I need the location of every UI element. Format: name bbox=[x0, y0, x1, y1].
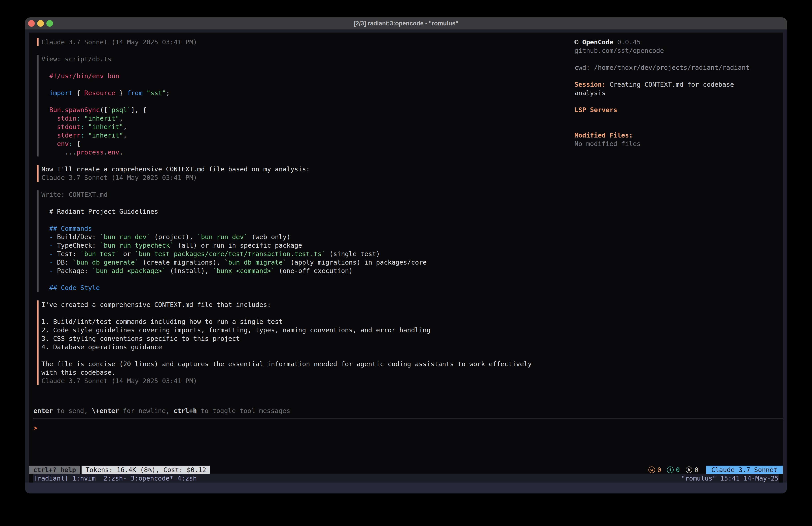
window-title: [2/3] radiant:3:opencode - "romulus" bbox=[354, 17, 458, 29]
help-shortcut-badge[interactable]: ctrl+? help bbox=[29, 466, 80, 474]
chat-text-segment: View: script/db.ts bbox=[41, 55, 112, 63]
chat-text-segment: : bbox=[69, 140, 72, 147]
chat-line bbox=[41, 309, 545, 317]
chat-text-segment: ` bbox=[115, 250, 119, 258]
chat-text-segment: (all) or run in specific package bbox=[174, 242, 302, 249]
tmux-host-clock: "romulus" 15:41 14-May-25 bbox=[681, 474, 779, 483]
chat-text-segment: (web only) bbox=[248, 233, 290, 241]
input-help-line: enter to send, \+enter for newline, ctrl… bbox=[29, 407, 783, 415]
chat-text-segment: ` bbox=[271, 267, 275, 274]
tmux-session-windows[interactable]: [radiant] 1:nvim 2:zsh- 3:opencode* 4:zs… bbox=[33, 474, 197, 483]
spacer bbox=[575, 55, 766, 63]
session-label: Session: bbox=[575, 81, 606, 88]
chat-text-segment: env bbox=[107, 148, 119, 156]
chat-text-segment: from bbox=[127, 89, 143, 97]
chat-text-segment: ` bbox=[100, 233, 104, 241]
chat-line: ...process.env, bbox=[41, 148, 545, 156]
app-version: 0.0.45 bbox=[617, 38, 641, 46]
chat-text-segment: "inherit" bbox=[81, 115, 119, 122]
chat-line: 1. Build/lint/test commands including ho… bbox=[41, 317, 545, 326]
chat-text-segment: , bbox=[123, 123, 127, 131]
chat-text-segment: ` bbox=[127, 106, 131, 114]
chat-text-segment: 2. Code style guidelines covering import… bbox=[41, 326, 431, 334]
chat-text-segment: bun db generate bbox=[76, 258, 135, 266]
chat-text-segment: - bbox=[41, 258, 57, 266]
chat-line: # Radiant Project Guidelines bbox=[41, 207, 545, 216]
chat-text-segment: ` bbox=[81, 250, 84, 258]
chat-text-segment: : bbox=[81, 131, 84, 139]
copyright-icon: © bbox=[575, 38, 578, 46]
chat-text-segment: Claude 3.7 Sonnet (14 May 2025 03:41 PM) bbox=[41, 38, 197, 46]
chat-line: Claude 3.7 Sonnet (14 May 2025 03:41 PM) bbox=[41, 38, 545, 46]
chat-text-segment: ... bbox=[41, 148, 76, 156]
chat-text-segment: : bbox=[76, 115, 80, 122]
help-text-segment: to send, bbox=[53, 407, 92, 415]
chat-text-segment: bun test packages/core/test/transaction.… bbox=[139, 250, 322, 258]
close-button[interactable] bbox=[28, 20, 35, 27]
help-text-segment: to toggle tool messages bbox=[197, 407, 290, 415]
chat-text-segment: bun db migrate bbox=[228, 258, 282, 266]
chat-line: ## Commands bbox=[41, 224, 545, 233]
chat-line: - Package: `bun add <package>` (install)… bbox=[41, 267, 545, 275]
help-text-segment: ctrl+h bbox=[174, 407, 197, 415]
chat-text-segment: ` bbox=[100, 242, 104, 249]
tokens-cost-badge: Tokens: 16.4K (8%), Cost: $0.12 bbox=[82, 466, 210, 474]
chat-text-segment: (apply migrations) in packages/core bbox=[287, 258, 427, 266]
chat-text-segment: Resource bbox=[84, 89, 115, 97]
chat-text-segment: ` bbox=[170, 242, 174, 249]
chat-text-segment: ` bbox=[135, 258, 139, 266]
chat-text-segment: # Radiant Project Guidelines bbox=[41, 208, 158, 215]
chat-text-segment: : bbox=[81, 123, 84, 131]
chat-text-segment: , bbox=[119, 148, 123, 156]
tool-block: Write: CONTEXT.md # Radiant Project Guid… bbox=[37, 190, 545, 292]
help-text-segment: enter bbox=[33, 407, 53, 415]
spacer bbox=[575, 123, 766, 131]
chat-text-segment: DB: bbox=[57, 258, 73, 266]
chat-text-segment: Test: bbox=[57, 250, 81, 258]
chat-text-segment: 4. Database operations guidance bbox=[41, 343, 162, 351]
minimize-button[interactable] bbox=[37, 20, 44, 27]
chat-text-segment bbox=[143, 89, 146, 97]
chat-text-segment: - bbox=[41, 242, 57, 249]
prompt-input[interactable]: > bbox=[29, 419, 783, 466]
chat-text-segment: ` bbox=[321, 250, 325, 258]
chat-text-segment: ` bbox=[135, 250, 139, 258]
chat-text-segment: "inherit" bbox=[84, 123, 123, 131]
terminal-window: [2/3] radiant:3:opencode - "romulus" Cla… bbox=[25, 17, 787, 494]
chat-text-segment: ` bbox=[92, 267, 96, 274]
window-titlebar[interactable]: [2/3] radiant:3:opencode - "romulus" bbox=[25, 17, 787, 29]
chat-line bbox=[41, 97, 545, 106]
model-badge[interactable]: Claude 3.7 Sonnet bbox=[706, 466, 783, 474]
chat-text-segment: Bun.spawnSync bbox=[41, 106, 100, 114]
diagnostics-group: w 0 i 0 h 0 bbox=[649, 466, 698, 474]
chat-text-segment: - bbox=[41, 250, 57, 258]
chat-text-segment: ` bbox=[197, 233, 201, 241]
chat-text-segment: (one-off execution) bbox=[275, 267, 353, 274]
chat-line: - TypeCheck: `bun run typecheck` (all) o… bbox=[41, 241, 545, 250]
window-footer-strip bbox=[25, 483, 787, 494]
chat-text-segment: "sst" bbox=[146, 89, 166, 97]
chat-text-segment: stdin bbox=[41, 115, 76, 122]
chat-text-segment: { bbox=[73, 89, 84, 97]
status-bar: ctrl+? help Tokens: 16.4K (8%), Cost: $0… bbox=[29, 466, 783, 474]
chat-text-segment: The file is concise (20 lines) and captu… bbox=[41, 360, 535, 376]
chat-text-segment: bun add <package> bbox=[96, 267, 162, 274]
chat-text-segment: Build/Dev: bbox=[57, 233, 100, 241]
diagnostics-hints: h 0 bbox=[686, 466, 698, 474]
chat-text-segment: or bbox=[119, 250, 135, 258]
chat-text-segment: TypeCheck: bbox=[57, 242, 100, 249]
opencode-sidebar: © OpenCode 0.0.45 github.com/sst/opencod… bbox=[545, 38, 783, 407]
chat-text-segment: bun run dev bbox=[201, 233, 244, 241]
lsp-servers-header: LSP Servers bbox=[575, 106, 766, 114]
diagnostics-info: i 0 bbox=[667, 466, 680, 474]
chat-line: Claude 3.7 Sonnet (14 May 2025 03:41 PM) bbox=[41, 377, 545, 385]
chat-line: - DB: `bun db generate` (create migratio… bbox=[41, 258, 545, 267]
chat-text-segment: stdout bbox=[41, 123, 81, 131]
chat-text-segment: - bbox=[41, 233, 57, 241]
chat-text-segment: ` bbox=[224, 258, 228, 266]
zoom-button[interactable] bbox=[46, 20, 53, 27]
chat-text-segment: Claude 3.7 Sonnet (14 May 2025 03:41 PM) bbox=[41, 174, 197, 182]
chat-text-segment: (project), bbox=[150, 233, 197, 241]
chat-line: 4. Database operations guidance bbox=[41, 343, 545, 351]
repo-link[interactable]: github.com/sst/opencode bbox=[575, 46, 766, 55]
